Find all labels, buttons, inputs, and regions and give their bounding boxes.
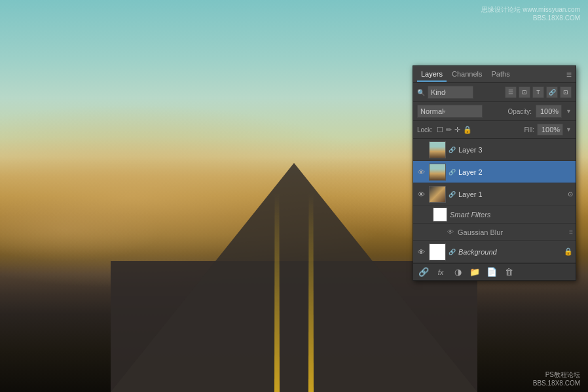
filter-type-icon[interactable]: T (532, 86, 544, 98)
gaussian-options-icon[interactable]: ≡ (569, 228, 573, 236)
bg-thumb (429, 243, 446, 260)
layer-row[interactable]: 👁 🔗 Layer 2 (413, 161, 576, 183)
toolbar-delete-btn[interactable]: 🗑 (502, 267, 515, 277)
bg-name: Background (458, 248, 561, 256)
filter-shape-icon[interactable]: 🔗 (546, 86, 558, 98)
layer2-chain-icon: 🔗 (449, 169, 456, 175)
layer3-name: Layer 3 (458, 146, 573, 154)
fill-label: Fill: (524, 126, 535, 134)
layer1-thumb (429, 186, 446, 203)
filter-pixel-icon[interactable]: ☰ (505, 86, 517, 98)
filter-icons: ☰ ⊡ T 🔗 ⊡ (505, 86, 572, 98)
watermark-bottom: PS教程论坛 BBS.18X8.COM (533, 370, 580, 387)
toolbar-adjust-btn[interactable]: ◑ (451, 267, 464, 277)
toolbar-fx-btn[interactable]: fx (434, 268, 447, 276)
smart-filters-row[interactable]: Smart Filters (413, 205, 576, 224)
panel-menu-icon[interactable]: ≡ (566, 69, 572, 80)
bg-lock-icon: 🔒 (564, 247, 573, 256)
layer1-smart-icon: ⊙ (568, 190, 573, 198)
filter-bar: 🔍 Kind ☰ ⊡ T 🔗 ⊡ (413, 83, 576, 102)
gaussian-visibility[interactable]: 👁 (446, 228, 455, 237)
lock-paint-icon[interactable]: ✏ (446, 126, 452, 134)
toolbar-new-btn[interactable]: 📄 (485, 267, 498, 277)
lock-label: Lock: (417, 126, 433, 134)
fill-arrow[interactable]: ▼ (566, 126, 572, 133)
toolbar-link-btn[interactable]: 🔗 (417, 267, 430, 277)
layer3-thumb (429, 141, 446, 158)
tab-channels[interactable]: Channels (448, 67, 486, 82)
bg-visibility[interactable]: 👁 (416, 247, 426, 257)
bg-chain-icon: 🔗 (449, 249, 456, 255)
panel-tabs: Layers Channels Paths ≡ (413, 66, 576, 83)
layer3-chain-icon: 🔗 (449, 147, 456, 153)
kind-select[interactable]: Kind (428, 86, 473, 99)
layer3-visibility[interactable]: 👁 (416, 145, 426, 155)
filter-smart-icon[interactable]: ⊡ (560, 86, 572, 98)
lock-all-icon[interactable]: 🔒 (463, 126, 472, 134)
layer1-chain-icon: 🔗 (449, 191, 456, 198)
layer-row[interactable]: 👁 🔗 Layer 1 ⊙ (413, 183, 576, 205)
opacity-input[interactable] (536, 105, 562, 118)
background-layer-row[interactable]: 👁 🔗 Background 🔒 (413, 241, 576, 263)
gaussian-blur-row[interactable]: 👁 Gaussian Blur ≡ (413, 224, 576, 241)
watermark-top: 思缘设计论坛 www.missyuan.com BBS.18X8.COM (481, 5, 580, 22)
blend-mode-select[interactable]: Normal Multiply Screen (417, 105, 483, 118)
search-icon: 🔍 (417, 89, 425, 96)
gaussian-name: Gaussian Blur (458, 228, 503, 236)
smart-filter-name: Smart Filters (450, 211, 490, 219)
road-line-left (274, 194, 280, 392)
layers-panel: Layers Channels Paths ≡ 🔍 Kind ☰ ⊡ T 🔗 ⊡… (413, 65, 576, 281)
fill-section: Fill: ▼ (524, 124, 572, 135)
lock-icons: ☐ ✏ ✛ 🔒 (437, 126, 472, 134)
layer1-visibility[interactable]: 👁 (416, 189, 426, 200)
lock-transparency-icon[interactable]: ☐ (437, 126, 443, 134)
layer2-name: Layer 2 (458, 168, 573, 176)
opacity-label: Opacity: (507, 108, 532, 115)
layer-row[interactable]: 👁 🔗 Layer 3 (413, 139, 576, 161)
blend-mode-bar: Normal Multiply Screen Opacity: ▼ (413, 102, 576, 121)
layer2-visibility[interactable]: 👁 (416, 167, 426, 177)
toolbar-group-btn[interactable]: 📁 (468, 267, 481, 277)
smart-filter-thumb (433, 207, 447, 222)
layer1-name: Layer 1 (458, 190, 565, 198)
tab-layers[interactable]: Layers (417, 67, 447, 82)
fill-input[interactable] (537, 124, 563, 135)
layer2-thumb (429, 164, 446, 181)
opacity-arrow[interactable]: ▼ (566, 108, 572, 115)
filter-adjust-icon[interactable]: ⊡ (519, 86, 530, 98)
panel-toolbar: 🔗 fx ◑ 📁 📄 🗑 (413, 263, 576, 280)
road-line-right (308, 194, 314, 392)
lock-bar: Lock: ☐ ✏ ✛ 🔒 Fill: ▼ (413, 121, 576, 139)
layers-list: 👁 🔗 Layer 3 👁 🔗 Layer 2 👁 🔗 Layer 1 ⊙ (413, 139, 576, 263)
tab-paths[interactable]: Paths (488, 67, 514, 82)
lock-move-icon[interactable]: ✛ (454, 126, 460, 134)
